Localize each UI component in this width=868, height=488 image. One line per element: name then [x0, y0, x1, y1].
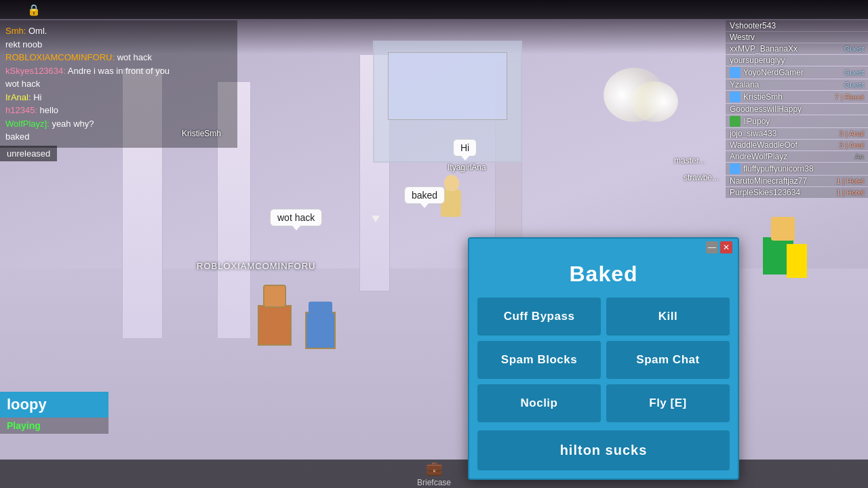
unreleased-badge: unreleased	[0, 146, 57, 161]
avatar-icon	[730, 163, 741, 174]
player-name: loopy	[0, 392, 108, 418]
briefcase-container: 💼 Briefcase	[417, 460, 451, 487]
player-label-ityagirl: ItyagirlAna	[448, 163, 486, 172]
speech-bubble-wot-hack: wot hack	[270, 209, 322, 226]
list-item: fluffypuffyunicorn38	[726, 163, 868, 175]
hilton-sucks-button[interactable]: hilton sucks	[477, 430, 730, 470]
list-item: xxMVP_BananaXx Guest	[726, 43, 868, 54]
list-item: Yzalana Guest	[726, 79, 868, 90]
avatar-icon	[730, 92, 741, 102]
speech-bubble-hi: Hi	[453, 139, 477, 157]
chat-line: ROBLOXIAMCOMINFORU: wot hack	[5, 51, 232, 64]
hack-menu-buttons: Cuff Bypass Kill Spam Blocks Spam Chat N…	[469, 298, 738, 430]
spam-blocks-button[interactable]: Spam Blocks	[477, 341, 601, 379]
list-item: Vshooter543	[726, 20, 868, 31]
lock-icon: 🔒	[27, 3, 41, 16]
player-status-text: Playing	[7, 420, 41, 431]
avatar-icon	[730, 116, 741, 127]
chat-line: kSkyes123634: Andre i was in front of yo…	[5, 64, 232, 78]
list-item: liPupoy	[726, 115, 868, 127]
player-info: loopy Playing	[0, 392, 108, 434]
roblox-player-name: ROBLOXIAMCOMINFORU	[197, 261, 315, 271]
chat-line: rekt noob	[5, 38, 232, 52]
chat-line: wot hack	[5, 77, 232, 91]
player-label-kristie: KristieSmh	[182, 129, 221, 138]
player-status: Playing	[0, 418, 108, 434]
fly-button[interactable]: Fly [E]	[606, 384, 730, 422]
list-item: WaddleWaddleOof 3 | Anal	[726, 140, 868, 150]
avatar-icon	[730, 67, 741, 78]
briefcase-label: Briefcase	[417, 478, 451, 487]
spam-chat-button[interactable]: Spam Chat	[606, 341, 730, 379]
hack-menu-title: Baked	[469, 256, 738, 298]
noclip-button[interactable]: Noclip	[477, 384, 601, 422]
hack-menu-bottom: hilton sucks	[469, 430, 738, 479]
list-item: YoyoNerdGamer Guest	[726, 66, 868, 79]
list-item: Westrv	[726, 32, 868, 43]
top-bar: 🔒	[0, 0, 868, 19]
list-item: PurpleSkies123634 1 | Hotel	[726, 187, 868, 198]
chat-line: Smh: Oml.	[5, 24, 232, 38]
speech-bubble-baked: baked	[404, 186, 445, 204]
chat-line: h12345: hello	[5, 104, 232, 117]
briefcase-icon: 💼	[426, 460, 443, 476]
close-button[interactable]: ✕	[720, 241, 732, 253]
chat-line: IrAnal: Hi	[5, 91, 232, 104]
hack-menu-titlebar: — ✕	[469, 239, 738, 256]
list-item: jojo_siwa433 3 | Anal	[726, 128, 868, 139]
player-list: Vshooter543 Westrv xxMVP_BananaXx Guest …	[726, 20, 868, 199]
list-item: NarutoMinecraftjaz77 1 | Hotel	[726, 176, 868, 186]
cuff-bypass-button[interactable]: Cuff Bypass	[477, 298, 601, 336]
cursor	[372, 216, 380, 222]
hack-menu: — ✕ Baked Cuff Bypass Kill Spam Blocks S…	[468, 237, 739, 480]
minimize-button[interactable]: —	[706, 241, 718, 253]
list-item: KristieSmh 7 | Recei	[726, 91, 868, 103]
list-item: yoursuperuglyy	[726, 55, 868, 66]
list-item: AndreWolfPlayz An	[726, 151, 868, 162]
kill-button[interactable]: Kill	[606, 298, 730, 336]
list-item: GoodnesswillHappy	[726, 104, 868, 115]
